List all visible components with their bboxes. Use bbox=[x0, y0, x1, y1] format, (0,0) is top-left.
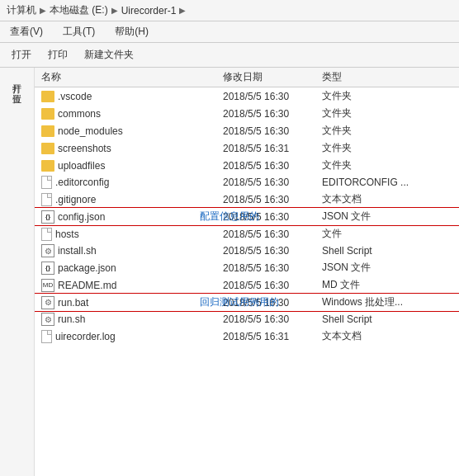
file-date-cell: 2018/5/5 16:30 bbox=[223, 313, 322, 325]
file-name-cell: ⚙run.bat bbox=[41, 296, 223, 309]
file-name-cell: hosts bbox=[41, 228, 223, 241]
file-type-cell: 文件夹 bbox=[322, 89, 421, 103]
file-row[interactable]: .vscode2018/5/5 16:30文件夹 bbox=[35, 87, 459, 105]
file-name-cell: {}package.json bbox=[41, 262, 223, 275]
column-headers: 名称 修改日期 类型 bbox=[35, 68, 459, 87]
file-name-cell: node_modules bbox=[41, 125, 223, 137]
file-type-cell: JSON 文件 bbox=[322, 210, 421, 224]
json-icon: {} bbox=[41, 262, 54, 275]
file-name-cell: .editorconfig bbox=[41, 176, 223, 189]
breadcrumb-bar: 计算机 ▶ 本地磁盘 (E:) ▶ Uirecorder-1 ▶ bbox=[0, 0, 459, 21]
script-icon: ⚙ bbox=[41, 244, 54, 257]
file-name-cell: MDREADME.md bbox=[41, 279, 223, 292]
file-row[interactable]: commons2018/5/5 16:30文件夹 bbox=[35, 105, 459, 122]
file-name-text: commons bbox=[58, 108, 101, 120]
file-name-text: .vscode bbox=[58, 91, 92, 102]
file-row[interactable]: .editorconfig2018/5/5 16:30EDITORCONFIG … bbox=[35, 174, 459, 191]
file-date-cell: 2018/5/5 16:31 bbox=[223, 143, 322, 154]
file-type-cell: 文件 bbox=[322, 227, 421, 241]
file-type-cell: 文件夹 bbox=[322, 124, 421, 138]
sidebar-open[interactable]: 打开 bbox=[9, 74, 25, 81]
file-date-cell: 2018/5/5 16:30 bbox=[223, 91, 322, 102]
breadcrumb-drive[interactable]: 本地磁盘 (E:) bbox=[50, 3, 108, 17]
file-list: .vscode2018/5/5 16:30文件夹commons2018/5/5 … bbox=[35, 87, 459, 476]
file-row[interactable]: ⚙run.sh2018/5/5 16:30Shell Script bbox=[35, 311, 459, 328]
file-type-cell: MD 文件 bbox=[322, 278, 421, 292]
file-name-cell: commons bbox=[41, 108, 223, 120]
print-button[interactable]: 打印 bbox=[43, 46, 73, 64]
menu-help[interactable]: 帮助(H) bbox=[111, 23, 152, 40]
script-icon: ⚙ bbox=[41, 296, 54, 309]
breadcrumb-sep-2: ▶ bbox=[111, 6, 118, 15]
file-row[interactable]: screenshots2018/5/5 16:31文件夹 bbox=[35, 139, 459, 157]
sidebar: 打开 位置 bbox=[0, 68, 35, 476]
file-name-cell: screenshots bbox=[41, 143, 223, 154]
file-name-text: screenshots bbox=[58, 143, 111, 154]
file-name-cell: ⚙run.sh bbox=[41, 313, 223, 326]
file-row[interactable]: ⚙run.bat2018/5/5 16:30Windows 批处理...回归测试… bbox=[35, 294, 459, 311]
file-icon bbox=[41, 193, 52, 206]
file-date-cell: 2018/5/5 16:30 bbox=[223, 262, 322, 274]
file-date-cell: 2018/5/5 16:30 bbox=[223, 125, 322, 137]
file-icon bbox=[41, 228, 52, 241]
file-row[interactable]: uploadfiles2018/5/5 16:30文件夹 bbox=[35, 157, 459, 174]
file-row[interactable]: uirecorder.log2018/5/5 16:31文本文档 bbox=[35, 328, 459, 345]
breadcrumb-computer[interactable]: 计算机 bbox=[7, 3, 36, 17]
file-type-cell: Shell Script bbox=[322, 245, 421, 257]
file-type-cell: Shell Script bbox=[322, 313, 421, 325]
breadcrumb-folder[interactable]: Uirecorder-1 bbox=[121, 5, 177, 16]
col-header-type: 类型 bbox=[322, 70, 405, 84]
file-row[interactable]: node_modules2018/5/5 16:30文件夹 bbox=[35, 122, 459, 139]
sidebar-location[interactable]: 位置 bbox=[9, 84, 25, 91]
menu-view[interactable]: 查看(V) bbox=[7, 23, 46, 40]
breadcrumb-sep-3: ▶ bbox=[179, 6, 186, 15]
file-name-cell: uploadfiles bbox=[41, 160, 223, 172]
file-date-cell: 2018/5/5 16:30 bbox=[223, 194, 322, 205]
file-name-text: package.json bbox=[58, 262, 116, 274]
file-row[interactable]: {}package.json2018/5/5 16:30JSON 文件 bbox=[35, 259, 459, 276]
file-row[interactable]: hosts2018/5/5 16:30文件 bbox=[35, 225, 459, 243]
file-type-cell: 文件夹 bbox=[322, 158, 421, 172]
window: 计算机 ▶ 本地磁盘 (E:) ▶ Uirecorder-1 ▶ 查看(V) 工… bbox=[0, 0, 459, 476]
file-name-cell: uirecorder.log bbox=[41, 330, 223, 343]
file-row[interactable]: MDREADME.md2018/5/5 16:30MD 文件 bbox=[35, 276, 459, 294]
file-date-cell: 2018/5/5 16:30 bbox=[223, 280, 322, 291]
file-type-cell: 文本文档 bbox=[322, 329, 421, 343]
file-type-cell: 文件夹 bbox=[322, 106, 421, 120]
file-name-cell: .vscode bbox=[41, 91, 223, 102]
file-type-cell: EDITORCONFIG ... bbox=[322, 177, 421, 188]
file-type-cell: JSON 文件 bbox=[322, 261, 421, 275]
script-icon: ⚙ bbox=[41, 313, 54, 326]
col-header-name: 名称 bbox=[41, 70, 223, 84]
breadcrumb-sep-1: ▶ bbox=[40, 6, 46, 15]
file-name-text: run.bat bbox=[58, 297, 88, 309]
file-date-cell: 2018/5/5 16:30 bbox=[223, 108, 322, 120]
file-row[interactable]: {}config.json2018/5/5 16:30JSON 文件配置信息用的 bbox=[35, 208, 459, 225]
open-button[interactable]: 打开 bbox=[7, 46, 36, 64]
file-name-text: hosts bbox=[55, 229, 79, 240]
file-name-text: node_modules bbox=[58, 125, 123, 137]
file-type-cell: Windows 批处理... bbox=[322, 295, 421, 309]
file-type-cell: 文件夹 bbox=[322, 141, 421, 155]
folder-icon bbox=[41, 143, 54, 154]
file-name-text: .gitignore bbox=[55, 194, 96, 205]
file-name-cell: .gitignore bbox=[41, 193, 223, 206]
folder-icon bbox=[41, 108, 54, 120]
file-date-cell: 2018/5/5 16:30 bbox=[223, 177, 322, 188]
json-icon: {} bbox=[41, 210, 54, 224]
file-date-cell: 2018/5/5 16:30 bbox=[223, 297, 322, 309]
file-row[interactable]: ⚙install.sh2018/5/5 16:30Shell Script bbox=[35, 243, 459, 259]
file-row[interactable]: .gitignore2018/5/5 16:30文本文档 bbox=[35, 191, 459, 208]
folder-icon bbox=[41, 125, 54, 137]
file-type-cell: 文本文档 bbox=[322, 192, 421, 206]
file-name-text: uirecorder.log bbox=[55, 331, 116, 342]
file-name-cell: ⚙install.sh bbox=[41, 244, 223, 257]
file-date-cell: 2018/5/5 16:30 bbox=[223, 160, 322, 172]
file-name-text: run.sh bbox=[58, 313, 85, 325]
file-name-text: uploadfiles bbox=[58, 160, 105, 172]
folder-icon bbox=[41, 160, 54, 172]
new-folder-button[interactable]: 新建文件夹 bbox=[79, 46, 139, 64]
col-header-date: 修改日期 bbox=[223, 70, 322, 84]
menu-tools[interactable]: 工具(T) bbox=[59, 23, 98, 40]
folder-icon bbox=[41, 91, 54, 102]
